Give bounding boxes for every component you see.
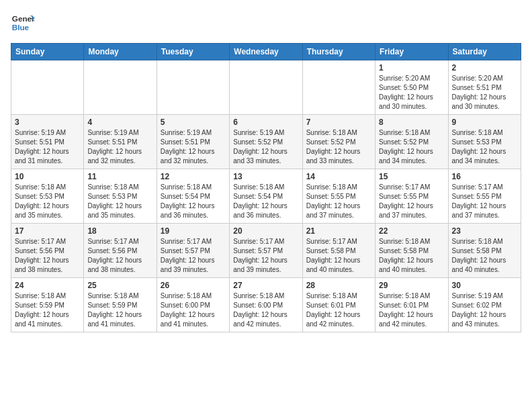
day-number: 17 (15, 226, 80, 236)
weekday-wednesday: Wednesday (230, 44, 302, 60)
day-info: Sunrise: 5:18 AM Sunset: 5:53 PM Dayligh… (15, 183, 80, 220)
day-info: Sunrise: 5:18 AM Sunset: 5:58 PM Dayligh… (452, 237, 517, 275)
day-info: Sunrise: 5:17 AM Sunset: 5:56 PM Dayligh… (87, 237, 152, 275)
calendar-cell: 30Sunrise: 5:19 AM Sunset: 6:02 PM Dayli… (448, 278, 521, 332)
weekday-saturday: Saturday (448, 44, 521, 60)
calendar-cell: 15Sunrise: 5:17 AM Sunset: 5:55 PM Dayli… (375, 169, 448, 224)
calendar-cell: 11Sunrise: 5:18 AM Sunset: 5:53 PM Dayli… (84, 169, 157, 224)
calendar-cell: 27Sunrise: 5:18 AM Sunset: 6:00 PM Dayli… (230, 278, 302, 332)
calendar-cell: 9Sunrise: 5:18 AM Sunset: 5:53 PM Daylig… (448, 115, 521, 169)
calendar-cell: 14Sunrise: 5:18 AM Sunset: 5:55 PM Dayli… (302, 169, 375, 224)
day-number: 11 (87, 172, 152, 181)
calendar-cell (84, 60, 157, 115)
calendar-cell: 5Sunrise: 5:19 AM Sunset: 5:51 PM Daylig… (157, 115, 229, 169)
day-number: 26 (161, 281, 226, 290)
day-number: 24 (15, 281, 80, 290)
calendar-cell (302, 60, 375, 115)
calendar-week-1: 3Sunrise: 5:19 AM Sunset: 5:51 PM Daylig… (11, 115, 521, 169)
weekday-header-row: SundayMondayTuesdayWednesdayThursdayFrid… (11, 44, 521, 60)
calendar-cell: 25Sunrise: 5:18 AM Sunset: 5:59 PM Dayli… (84, 278, 157, 332)
day-number: 5 (161, 118, 226, 127)
day-number: 18 (87, 226, 152, 236)
calendar-cell: 28Sunrise: 5:18 AM Sunset: 6:01 PM Dayli… (302, 278, 375, 332)
calendar-cell: 23Sunrise: 5:18 AM Sunset: 5:58 PM Dayli… (448, 224, 521, 278)
day-number: 10 (15, 172, 80, 181)
day-info: Sunrise: 5:17 AM Sunset: 5:58 PM Dayligh… (306, 237, 371, 275)
calendar-cell: 17Sunrise: 5:17 AM Sunset: 5:56 PM Dayli… (11, 224, 84, 278)
day-number: 4 (87, 118, 152, 127)
day-number: 3 (15, 118, 80, 127)
day-number: 6 (233, 118, 298, 127)
day-info: Sunrise: 5:19 AM Sunset: 5:51 PM Dayligh… (161, 128, 226, 166)
day-info: Sunrise: 5:17 AM Sunset: 5:57 PM Dayligh… (161, 237, 226, 275)
day-number: 16 (452, 172, 517, 181)
day-number: 15 (379, 172, 444, 181)
calendar-cell: 12Sunrise: 5:18 AM Sunset: 5:54 PM Dayli… (157, 169, 229, 224)
day-info: Sunrise: 5:19 AM Sunset: 5:51 PM Dayligh… (87, 128, 152, 166)
day-number: 28 (306, 281, 371, 290)
day-info: Sunrise: 5:18 AM Sunset: 6:01 PM Dayligh… (306, 291, 371, 329)
calendar-cell: 20Sunrise: 5:17 AM Sunset: 5:57 PM Dayli… (230, 224, 302, 278)
calendar-cell: 21Sunrise: 5:17 AM Sunset: 5:58 PM Dayli… (302, 224, 375, 278)
day-number: 30 (452, 281, 517, 290)
calendar-cell: 18Sunrise: 5:17 AM Sunset: 5:56 PM Dayli… (84, 224, 157, 278)
calendar-week-2: 10Sunrise: 5:18 AM Sunset: 5:53 PM Dayli… (11, 169, 521, 224)
day-number: 25 (87, 281, 152, 290)
calendar-table: SundayMondayTuesdayWednesdayThursdayFrid… (11, 43, 521, 332)
day-number: 14 (306, 172, 371, 181)
day-info: Sunrise: 5:18 AM Sunset: 5:58 PM Dayligh… (379, 237, 444, 275)
calendar-cell: 6Sunrise: 5:19 AM Sunset: 5:52 PM Daylig… (230, 115, 302, 169)
weekday-thursday: Thursday (302, 44, 375, 60)
day-number: 21 (306, 226, 371, 236)
calendar-cell: 26Sunrise: 5:18 AM Sunset: 6:00 PM Dayli… (157, 278, 229, 332)
calendar-cell: 29Sunrise: 5:18 AM Sunset: 6:01 PM Dayli… (375, 278, 448, 332)
calendar-cell (230, 60, 302, 115)
page-header: General Blue (11, 11, 521, 35)
calendar-cell (11, 60, 84, 115)
calendar-cell: 4Sunrise: 5:19 AM Sunset: 5:51 PM Daylig… (84, 115, 157, 169)
day-number: 13 (233, 172, 298, 181)
day-number: 8 (379, 118, 444, 127)
calendar-week-4: 24Sunrise: 5:18 AM Sunset: 5:59 PM Dayli… (11, 278, 521, 332)
day-info: Sunrise: 5:18 AM Sunset: 5:53 PM Dayligh… (87, 183, 152, 220)
day-info: Sunrise: 5:18 AM Sunset: 6:00 PM Dayligh… (161, 291, 226, 329)
day-info: Sunrise: 5:18 AM Sunset: 6:01 PM Dayligh… (379, 291, 444, 329)
calendar-cell (157, 60, 229, 115)
day-info: Sunrise: 5:17 AM Sunset: 5:57 PM Dayligh… (233, 237, 298, 275)
calendar-cell: 10Sunrise: 5:18 AM Sunset: 5:53 PM Dayli… (11, 169, 84, 224)
calendar-week-3: 17Sunrise: 5:17 AM Sunset: 5:56 PM Dayli… (11, 224, 521, 278)
day-info: Sunrise: 5:18 AM Sunset: 5:52 PM Dayligh… (379, 128, 444, 166)
calendar-cell: 1Sunrise: 5:20 AM Sunset: 5:50 PM Daylig… (375, 60, 448, 115)
weekday-monday: Monday (84, 44, 157, 60)
logo-icon: General Blue (11, 11, 35, 35)
weekday-sunday: Sunday (11, 44, 84, 60)
day-info: Sunrise: 5:17 AM Sunset: 5:55 PM Dayligh… (452, 183, 517, 220)
calendar-cell: 24Sunrise: 5:18 AM Sunset: 5:59 PM Dayli… (11, 278, 84, 332)
day-info: Sunrise: 5:18 AM Sunset: 5:53 PM Dayligh… (452, 128, 517, 166)
calendar-cell: 3Sunrise: 5:19 AM Sunset: 5:51 PM Daylig… (11, 115, 84, 169)
day-info: Sunrise: 5:18 AM Sunset: 5:54 PM Dayligh… (161, 183, 226, 220)
logo: General Blue (11, 11, 35, 35)
day-number: 20 (233, 226, 298, 236)
day-info: Sunrise: 5:19 AM Sunset: 5:51 PM Dayligh… (15, 128, 80, 166)
day-info: Sunrise: 5:17 AM Sunset: 5:56 PM Dayligh… (15, 237, 80, 275)
day-info: Sunrise: 5:17 AM Sunset: 5:55 PM Dayligh… (379, 183, 444, 220)
calendar-cell: 2Sunrise: 5:20 AM Sunset: 5:51 PM Daylig… (448, 60, 521, 115)
day-info: Sunrise: 5:18 AM Sunset: 5:59 PM Dayligh… (15, 291, 80, 329)
day-number: 22 (379, 226, 444, 236)
calendar-cell: 22Sunrise: 5:18 AM Sunset: 5:58 PM Dayli… (375, 224, 448, 278)
day-number: 9 (452, 118, 517, 127)
weekday-tuesday: Tuesday (157, 44, 229, 60)
day-info: Sunrise: 5:18 AM Sunset: 5:55 PM Dayligh… (306, 183, 371, 220)
calendar-cell: 19Sunrise: 5:17 AM Sunset: 5:57 PM Dayli… (157, 224, 229, 278)
day-number: 1 (379, 63, 444, 73)
day-number: 29 (379, 281, 444, 290)
day-number: 23 (452, 226, 517, 236)
calendar-cell: 8Sunrise: 5:18 AM Sunset: 5:52 PM Daylig… (375, 115, 448, 169)
day-info: Sunrise: 5:19 AM Sunset: 6:02 PM Dayligh… (452, 291, 517, 329)
day-number: 19 (161, 226, 226, 236)
calendar-cell: 7Sunrise: 5:18 AM Sunset: 5:52 PM Daylig… (302, 115, 375, 169)
calendar-cell: 13Sunrise: 5:18 AM Sunset: 5:54 PM Dayli… (230, 169, 302, 224)
day-info: Sunrise: 5:18 AM Sunset: 6:00 PM Dayligh… (233, 291, 298, 329)
day-info: Sunrise: 5:20 AM Sunset: 5:51 PM Dayligh… (452, 74, 517, 111)
